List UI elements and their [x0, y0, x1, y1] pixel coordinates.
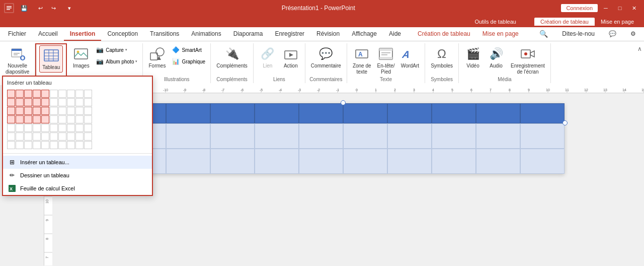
tab-mise-en-page[interactable]: Mise en page [595, 18, 640, 26]
wordart-button[interactable]: A WordArt [398, 44, 422, 71]
smartart-button[interactable]: 🔷 SmartArt [169, 44, 207, 55]
grid-cell[interactable] [84, 115, 92, 123]
grid-cell[interactable] [50, 132, 58, 141]
nouvelle-diapositive-button[interactable]: Nouvellediapositive [3, 44, 32, 77]
grid-cell[interactable] [84, 90, 92, 98]
save-button[interactable]: 💾 [18, 2, 30, 14]
tab-search[interactable]: 🔍 [533, 28, 554, 41]
grid-cell[interactable] [41, 107, 49, 115]
grid-cell[interactable] [75, 124, 84, 132]
grid-cell[interactable] [67, 115, 75, 123]
grid-cell[interactable] [67, 132, 75, 141]
grid-cell[interactable] [58, 107, 66, 115]
zone-texte-button[interactable]: A Zone detexte [350, 44, 374, 77]
grid-cell[interactable] [67, 141, 75, 149]
grid-cell[interactable] [41, 141, 49, 149]
tab-aide[interactable]: Aide [383, 27, 407, 41]
tableau-button[interactable]: Tableau [39, 45, 63, 73]
grid-cell[interactable] [58, 90, 66, 98]
grid-cell[interactable] [24, 141, 32, 149]
grid-cell[interactable] [16, 132, 24, 141]
grid-cell[interactable] [41, 98, 49, 106]
commentaire-button[interactable]: 💬 Commentaire [308, 44, 344, 71]
grid-cell[interactable] [24, 107, 32, 115]
tab-creation[interactable]: Création de tableau [412, 27, 476, 41]
complements-button[interactable]: 🔌 Compléments [214, 44, 250, 71]
grid-cell[interactable] [58, 124, 66, 132]
grid-cell[interactable] [24, 124, 32, 132]
grid-cell[interactable] [84, 124, 92, 132]
tab-enregistrer[interactable]: Enregistrer [269, 27, 310, 41]
grid-cell[interactable] [75, 132, 84, 141]
grid-cell[interactable] [41, 90, 49, 98]
grid-cell[interactable] [33, 90, 41, 98]
tab-fichier[interactable]: Fichier [2, 27, 32, 41]
grid-cell[interactable] [16, 98, 24, 106]
grid-cell[interactable] [41, 124, 49, 132]
grid-cell[interactable] [7, 124, 15, 132]
grid-cell[interactable] [7, 132, 15, 141]
grid-cell[interactable] [84, 132, 92, 141]
graphique-button[interactable]: 📊 Graphique [169, 56, 207, 67]
formes-button[interactable]: Formes [146, 44, 168, 71]
grid-cell[interactable] [50, 124, 58, 132]
grid-cell[interactable] [50, 98, 58, 106]
grid-cell[interactable] [16, 107, 24, 115]
entete-pied-button[interactable]: En-tête/Pied [375, 44, 397, 77]
grid-cell[interactable] [16, 90, 24, 98]
grid-cell[interactable] [67, 90, 75, 98]
customize-qat-button[interactable]: ▾ [63, 2, 75, 14]
grid-cell[interactable] [50, 141, 58, 149]
tab-revision[interactable]: Révision [310, 27, 346, 41]
grid-cell[interactable] [41, 132, 49, 141]
tab-accueil[interactable]: Accueil [32, 27, 64, 41]
inserer-tableau-item[interactable]: ⊞ Insérer un tableau... [3, 156, 152, 169]
grid-cell[interactable] [67, 124, 75, 132]
tab-animations[interactable]: Animations [185, 27, 227, 41]
lien-button[interactable]: 🔗 Lien [257, 44, 279, 71]
grid-cell[interactable] [24, 98, 32, 106]
grid-cell[interactable] [84, 141, 92, 149]
grid-cell[interactable] [7, 107, 15, 115]
grid-cell[interactable] [67, 107, 75, 115]
undo-button[interactable]: ↩ [34, 2, 46, 14]
tab-conception[interactable]: Conception [101, 27, 144, 41]
grid-cell[interactable] [33, 115, 41, 123]
grid-cell[interactable] [84, 98, 92, 106]
grid-cell[interactable] [41, 115, 49, 123]
slide-canvas[interactable] [122, 103, 565, 174]
grid-cell[interactable] [33, 141, 41, 149]
handle-top[interactable] [341, 100, 346, 105]
minimize-button[interactable]: ─ [600, 2, 612, 14]
dessiner-tableau-item[interactable]: ✏ Dessiner un tableau [3, 169, 152, 182]
grid-cell[interactable] [58, 132, 66, 141]
restore-button[interactable]: □ [614, 2, 626, 14]
grid-cell[interactable] [16, 115, 24, 123]
album-photo-button[interactable]: 📷 Album photo ▾ [93, 56, 139, 67]
enregistrement-button[interactable]: Enregistrementde l'écran [508, 44, 547, 77]
grid-cell[interactable] [33, 132, 41, 141]
grid-cell[interactable] [33, 98, 41, 106]
tab-mise-page[interactable]: Mise en page [476, 27, 525, 41]
tab-diaporama[interactable]: Diaporama [227, 27, 269, 41]
connexion-button[interactable]: Connexion [561, 4, 598, 12]
grid-cell[interactable] [7, 98, 15, 106]
video-button[interactable]: 🎬 Vidéo [462, 44, 484, 71]
grid-cell[interactable] [75, 98, 84, 106]
grid-cell[interactable] [33, 107, 41, 115]
grid-cell[interactable] [33, 124, 41, 132]
symboles-button[interactable]: Ω Symboles [428, 44, 455, 71]
grid-cell[interactable] [67, 98, 75, 106]
grid-cell[interactable] [24, 90, 32, 98]
grid-cell[interactable] [58, 98, 66, 106]
close-button[interactable]: ✕ [628, 2, 640, 14]
tab-affichage[interactable]: Affichage [346, 27, 383, 41]
grid-cell[interactable] [50, 107, 58, 115]
grid-cell[interactable] [16, 124, 24, 132]
grid-cell[interactable] [7, 115, 15, 123]
grid-cell[interactable] [16, 141, 24, 149]
action-button[interactable]: Action [280, 44, 302, 71]
tab-creation-tableau[interactable]: Création de tableau [534, 18, 595, 26]
grid-cell[interactable] [50, 90, 58, 98]
tab-chat[interactable]: 💬 [603, 28, 622, 40]
